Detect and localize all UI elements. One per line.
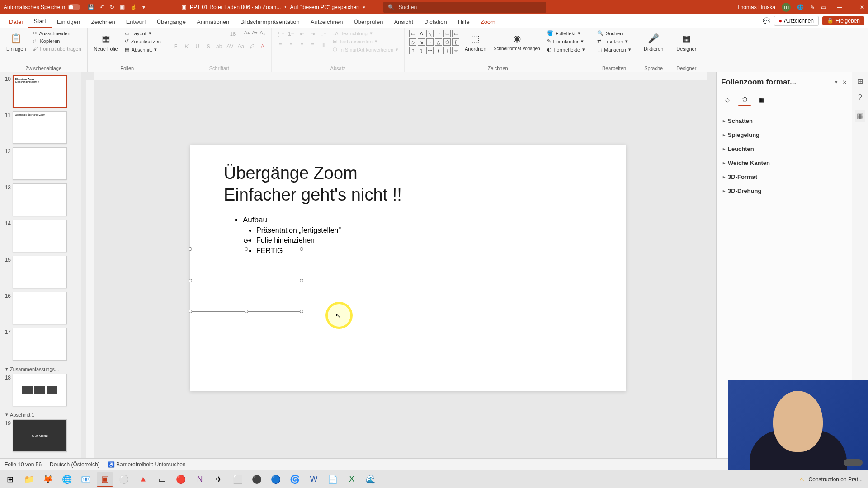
section-glow[interactable]: Leuchten [721, 142, 847, 156]
window-icon[interactable]: ▭ [821, 4, 826, 10]
qat-dropdown-icon[interactable]: ▾ [142, 4, 145, 10]
app-icon-4[interactable]: ⬜ [230, 472, 246, 487]
align-right-icon[interactable]: ≡ [298, 41, 306, 49]
minimize-icon[interactable]: — [837, 4, 842, 10]
align-left-icon[interactable]: ≡ [276, 41, 284, 49]
app-icon-6[interactable]: 🌀 [287, 472, 303, 487]
firefox-icon[interactable]: 🦊 [40, 472, 56, 487]
language-status[interactable]: Deutsch (Österreich) [50, 461, 100, 468]
text-align-button[interactable]: ⊟Text ausrichten ▾ [331, 38, 400, 45]
rail-icon-1[interactable]: ⊞ [857, 77, 863, 85]
layout-button[interactable]: ▭Layout ▾ [123, 30, 162, 37]
italic-button[interactable]: K [183, 42, 191, 51]
strike-button[interactable]: S [204, 42, 212, 51]
slide-thumb-15[interactable] [13, 256, 67, 288]
copy-button[interactable]: ⿻Kopieren [31, 38, 82, 44]
bullets-icon[interactable]: ⋮≡ [276, 30, 284, 38]
find-button[interactable]: 🔍Suchen [596, 30, 632, 37]
fill-button[interactable]: 🪣Fülleffekt ▾ [546, 30, 587, 37]
warning-icon[interactable]: ⚠ [799, 476, 804, 483]
section-soft-edges[interactable]: Weiche Kanten [721, 156, 847, 170]
system-tray[interactable]: ⚠ Construction on Prat... [799, 476, 866, 483]
save-icon[interactable]: 💾 [88, 4, 94, 10]
arrange-button[interactable]: ⬚Anordnen [463, 30, 488, 53]
smartart-button[interactable]: ⬡In SmartArt konvertieren ▾ [331, 46, 400, 53]
tab-slideshow[interactable]: Bildschirmpräsentation [235, 16, 305, 28]
pen-icon[interactable]: ✎ [810, 4, 815, 10]
tab-record[interactable]: Aufzeichnen [305, 16, 349, 28]
format-painter-button[interactable]: 🖌Format übertragen [31, 46, 82, 52]
onenote-icon[interactable]: N [192, 472, 208, 487]
chrome-icon[interactable]: 🌐 [59, 472, 75, 487]
section-3d-format[interactable]: 3D-Format [721, 170, 847, 184]
section-button[interactable]: ▤Abschnitt ▾ [123, 46, 162, 53]
section-shadow[interactable]: Schatten [721, 114, 847, 128]
shape-gallery[interactable]: ▭A╲→▭▭ ◇↘○△⬠{ ⤴⤵〜(}☆ [409, 30, 459, 54]
reset-button[interactable]: ↺Zurücksetzen [123, 38, 162, 45]
slide-title[interactable]: Übergänge Zoom Einfacher geht's nicht !! [224, 163, 402, 206]
outlook-icon[interactable]: 📧 [78, 472, 94, 487]
outline-button[interactable]: ✎Formkontur ▾ [546, 38, 587, 45]
slide-thumb-11[interactable]: vollständige Übergänge Zoom [13, 111, 67, 144]
designer-button[interactable]: ▦Designer [675, 30, 698, 53]
replace-button[interactable]: ⇄Ersetzen ▾ [596, 38, 632, 45]
slide-thumb-16[interactable] [13, 292, 67, 324]
font-color-button[interactable]: A [259, 42, 267, 51]
maximize-icon[interactable]: ☐ [849, 4, 854, 10]
spacing-button[interactable]: AV [226, 42, 234, 51]
selection-box[interactable]: ⟳ [190, 249, 302, 312]
save-status[interactable]: Auf "diesem PC" gespeichert [290, 4, 360, 10]
font-size-input[interactable] [228, 30, 242, 38]
notification-text[interactable]: Construction on Prat... [809, 476, 863, 483]
app-icon-5[interactable]: 🔵 [268, 472, 284, 487]
tab-home[interactable]: Start [28, 15, 51, 28]
search-box[interactable]: 🔍 [383, 2, 546, 13]
tab-insert[interactable]: Einfügen [52, 16, 85, 28]
cut-button[interactable]: ✂Ausschneiden [31, 30, 82, 37]
globe-icon[interactable]: 🌐 [797, 4, 804, 10]
align-center-icon[interactable]: ≡ [287, 41, 295, 49]
app-icon-1[interactable]: ⚪ [116, 472, 132, 487]
indent-dec-icon[interactable]: ⇤ [298, 30, 306, 38]
highlight-button[interactable]: 🖍 [248, 42, 256, 51]
tab-design[interactable]: Entwurf [121, 16, 151, 28]
explorer-icon[interactable]: 📁 [21, 472, 37, 487]
tab-review[interactable]: Überprüfen [348, 16, 388, 28]
section-header-1[interactable]: ▾ Zusammenfassungs... [2, 364, 79, 374]
size-tab-icon[interactable]: ▦ [755, 93, 768, 106]
section-header-2[interactable]: ▾ Abschnitt 1 [2, 410, 79, 419]
section-reflection[interactable]: Spiegelung [721, 128, 847, 142]
slide-editor[interactable]: Übergänge Zoom Einfacher geht's nicht !!… [81, 72, 716, 458]
tab-transitions[interactable]: Übergänge [151, 16, 191, 28]
slide-thumb-19[interactable]: Our Menu [13, 419, 67, 452]
slide-thumb-14[interactable] [13, 220, 67, 252]
new-slide-button[interactable]: ▦ Neue Folie [92, 30, 120, 53]
accessibility-status[interactable]: ♿ Barrierefreiheit: Untersuchen [108, 461, 186, 468]
slide-counter[interactable]: Folie 10 von 56 [5, 461, 42, 468]
font-name-input[interactable] [172, 30, 226, 38]
numbering-icon[interactable]: 1≡ [287, 30, 295, 38]
underline-button[interactable]: U [193, 42, 202, 51]
pane-close-icon[interactable]: ✕ [842, 79, 847, 86]
quick-styles-button[interactable]: ◉Schnellformat-vorlagen [492, 30, 542, 53]
undo-icon[interactable]: ↶ [100, 4, 104, 10]
chevron-down-icon[interactable]: ▾ [363, 5, 365, 9]
rail-help-icon[interactable]: ? [858, 94, 862, 102]
excel-icon[interactable]: X [344, 472, 360, 487]
line-spacing-icon[interactable]: ↕≡ [320, 30, 328, 38]
user-avatar[interactable]: TH [782, 3, 791, 12]
clear-format-icon[interactable]: Aₓ [259, 30, 265, 38]
slide-thumb-13[interactable] [13, 183, 67, 216]
slide-thumb-18[interactable] [13, 374, 67, 406]
fill-tab-icon[interactable]: ◇ [721, 93, 734, 106]
tab-draw[interactable]: Zeichnen [85, 16, 120, 28]
text-direction-button[interactable]: ↕ATextrichtung ▾ [331, 30, 400, 37]
autosave-toggle[interactable]: Automatisches Speichern [4, 4, 80, 10]
record-button[interactable]: ●Aufzeichnen [774, 16, 819, 26]
increase-font-icon[interactable]: A▴ [244, 30, 250, 38]
tab-animations[interactable]: Animationen [191, 16, 235, 28]
redo-icon[interactable]: ↻ [110, 4, 114, 10]
app-icon-3[interactable]: 🔴 [173, 472, 189, 487]
effects-button[interactable]: ◐Formeffekte ▾ [546, 46, 587, 53]
justify-icon[interactable]: ≡ [309, 41, 317, 49]
